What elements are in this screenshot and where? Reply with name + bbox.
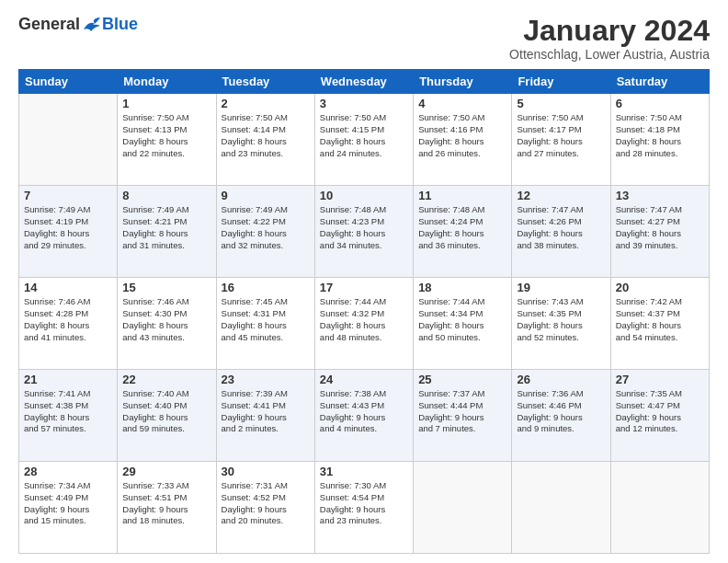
day-info: Sunrise: 7:45 AM Sunset: 4:31 PM Dayligh… [222, 296, 310, 343]
day-number: 5 [517, 97, 605, 110]
calendar-day-cell: 4Sunrise: 7:50 AM Sunset: 4:16 PM Daylig… [414, 94, 512, 186]
day-number: 3 [320, 97, 408, 110]
calendar-day-cell: 3Sunrise: 7:50 AM Sunset: 4:15 PM Daylig… [314, 94, 413, 186]
day-number: 12 [517, 189, 605, 202]
calendar-day-cell: 1Sunrise: 7:50 AM Sunset: 4:13 PM Daylig… [118, 94, 216, 186]
day-info: Sunrise: 7:50 AM Sunset: 4:16 PM Dayligh… [418, 112, 506, 159]
col-wednesday: Wednesday [314, 70, 413, 94]
calendar-day-cell: 11Sunrise: 7:48 AM Sunset: 4:24 PM Dayli… [414, 186, 512, 278]
day-number: 7 [24, 189, 112, 202]
day-info: Sunrise: 7:50 AM Sunset: 4:15 PM Dayligh… [320, 112, 408, 159]
main-title: January 2024 [509, 15, 710, 47]
day-number: 6 [616, 97, 704, 110]
day-number: 18 [418, 281, 506, 294]
day-info: Sunrise: 7:37 AM Sunset: 4:44 PM Dayligh… [418, 388, 506, 435]
logo-general-text: General [18, 15, 80, 34]
calendar-day-cell [512, 462, 610, 554]
day-info: Sunrise: 7:50 AM Sunset: 4:14 PM Dayligh… [222, 112, 310, 159]
calendar-day-cell: 27Sunrise: 7:35 AM Sunset: 4:47 PM Dayli… [610, 370, 709, 462]
day-info: Sunrise: 7:42 AM Sunset: 4:37 PM Dayligh… [616, 296, 704, 343]
col-thursday: Thursday [414, 70, 512, 94]
day-number: 15 [122, 281, 210, 294]
day-number: 30 [222, 465, 310, 478]
day-info: Sunrise: 7:34 AM Sunset: 4:49 PM Dayligh… [24, 480, 112, 527]
calendar-day-cell: 23Sunrise: 7:39 AM Sunset: 4:41 PM Dayli… [216, 370, 314, 462]
day-info: Sunrise: 7:49 AM Sunset: 4:19 PM Dayligh… [24, 204, 112, 251]
day-info: Sunrise: 7:49 AM Sunset: 4:22 PM Dayligh… [222, 204, 310, 251]
calendar-day-cell: 15Sunrise: 7:46 AM Sunset: 4:30 PM Dayli… [118, 278, 216, 370]
day-number: 16 [222, 281, 310, 294]
calendar-day-cell: 16Sunrise: 7:45 AM Sunset: 4:31 PM Dayli… [216, 278, 314, 370]
day-number: 4 [418, 97, 506, 110]
day-info: Sunrise: 7:50 AM Sunset: 4:18 PM Dayligh… [616, 112, 704, 159]
page: General Blue January 2024 Ottenschlag, L… [0, 0, 728, 563]
day-number: 9 [222, 189, 310, 202]
logo-blue-text: Blue [102, 15, 138, 34]
calendar-day-cell: 12Sunrise: 7:47 AM Sunset: 4:26 PM Dayli… [512, 186, 610, 278]
day-info: Sunrise: 7:30 AM Sunset: 4:54 PM Dayligh… [320, 480, 408, 527]
col-saturday: Saturday [610, 70, 709, 94]
calendar-day-cell: 18Sunrise: 7:44 AM Sunset: 4:34 PM Dayli… [414, 278, 512, 370]
header: General Blue January 2024 Ottenschlag, L… [18, 15, 710, 62]
day-info: Sunrise: 7:47 AM Sunset: 4:27 PM Dayligh… [616, 204, 704, 251]
calendar-day-cell: 26Sunrise: 7:36 AM Sunset: 4:46 PM Dayli… [512, 370, 610, 462]
calendar-week-row: 28Sunrise: 7:34 AM Sunset: 4:49 PM Dayli… [19, 462, 710, 554]
col-tuesday: Tuesday [216, 70, 314, 94]
day-info: Sunrise: 7:48 AM Sunset: 4:23 PM Dayligh… [320, 204, 408, 251]
day-info: Sunrise: 7:46 AM Sunset: 4:28 PM Dayligh… [24, 296, 112, 343]
day-number: 26 [517, 373, 605, 386]
calendar-day-cell: 30Sunrise: 7:31 AM Sunset: 4:52 PM Dayli… [216, 462, 314, 554]
calendar-day-cell: 19Sunrise: 7:43 AM Sunset: 4:35 PM Dayli… [512, 278, 610, 370]
day-info: Sunrise: 7:39 AM Sunset: 4:41 PM Dayligh… [222, 388, 310, 435]
day-info: Sunrise: 7:49 AM Sunset: 4:21 PM Dayligh… [122, 204, 210, 251]
day-info: Sunrise: 7:40 AM Sunset: 4:40 PM Dayligh… [122, 388, 210, 435]
calendar-day-cell: 29Sunrise: 7:33 AM Sunset: 4:51 PM Dayli… [118, 462, 216, 554]
day-info: Sunrise: 7:50 AM Sunset: 4:17 PM Dayligh… [517, 112, 605, 159]
calendar-day-cell: 7Sunrise: 7:49 AM Sunset: 4:19 PM Daylig… [19, 186, 118, 278]
calendar-day-cell: 21Sunrise: 7:41 AM Sunset: 4:38 PM Dayli… [19, 370, 118, 462]
day-info: Sunrise: 7:43 AM Sunset: 4:35 PM Dayligh… [517, 296, 605, 343]
calendar-header-row: Sunday Monday Tuesday Wednesday Thursday… [19, 70, 710, 94]
day-number: 14 [24, 281, 112, 294]
calendar-day-cell: 20Sunrise: 7:42 AM Sunset: 4:37 PM Dayli… [610, 278, 709, 370]
calendar-day-cell: 2Sunrise: 7:50 AM Sunset: 4:14 PM Daylig… [216, 94, 314, 186]
calendar-day-cell: 13Sunrise: 7:47 AM Sunset: 4:27 PM Dayli… [610, 186, 709, 278]
day-number: 2 [222, 97, 310, 110]
day-info: Sunrise: 7:47 AM Sunset: 4:26 PM Dayligh… [517, 204, 605, 251]
day-info: Sunrise: 7:46 AM Sunset: 4:30 PM Dayligh… [122, 296, 210, 343]
calendar-day-cell [610, 462, 709, 554]
day-info: Sunrise: 7:38 AM Sunset: 4:43 PM Dayligh… [320, 388, 408, 435]
calendar-day-cell: 5Sunrise: 7:50 AM Sunset: 4:17 PM Daylig… [512, 94, 610, 186]
calendar-day-cell: 31Sunrise: 7:30 AM Sunset: 4:54 PM Dayli… [314, 462, 413, 554]
logo-bird-icon [82, 17, 102, 33]
day-number: 28 [24, 465, 112, 478]
calendar-week-row: 14Sunrise: 7:46 AM Sunset: 4:28 PM Dayli… [19, 278, 710, 370]
day-number: 22 [122, 373, 210, 386]
day-info: Sunrise: 7:44 AM Sunset: 4:34 PM Dayligh… [418, 296, 506, 343]
day-info: Sunrise: 7:31 AM Sunset: 4:52 PM Dayligh… [222, 480, 310, 527]
col-sunday: Sunday [19, 70, 118, 94]
day-number: 21 [24, 373, 112, 386]
day-info: Sunrise: 7:33 AM Sunset: 4:51 PM Dayligh… [122, 480, 210, 527]
day-number: 1 [122, 97, 210, 110]
day-number: 31 [320, 465, 408, 478]
day-info: Sunrise: 7:35 AM Sunset: 4:47 PM Dayligh… [616, 388, 704, 435]
col-monday: Monday [118, 70, 216, 94]
day-number: 13 [616, 189, 704, 202]
calendar-week-row: 7Sunrise: 7:49 AM Sunset: 4:19 PM Daylig… [19, 186, 710, 278]
day-number: 29 [122, 465, 210, 478]
calendar-day-cell: 25Sunrise: 7:37 AM Sunset: 4:44 PM Dayli… [414, 370, 512, 462]
day-number: 24 [320, 373, 408, 386]
day-number: 25 [418, 373, 506, 386]
day-number: 8 [122, 189, 210, 202]
day-number: 10 [320, 189, 408, 202]
day-info: Sunrise: 7:48 AM Sunset: 4:24 PM Dayligh… [418, 204, 506, 251]
calendar-day-cell: 9Sunrise: 7:49 AM Sunset: 4:22 PM Daylig… [216, 186, 314, 278]
day-info: Sunrise: 7:41 AM Sunset: 4:38 PM Dayligh… [24, 388, 112, 435]
calendar-day-cell [19, 94, 118, 186]
subtitle: Ottenschlag, Lower Austria, Austria [509, 47, 710, 62]
day-number: 19 [517, 281, 605, 294]
day-info: Sunrise: 7:36 AM Sunset: 4:46 PM Dayligh… [517, 388, 605, 435]
day-info: Sunrise: 7:44 AM Sunset: 4:32 PM Dayligh… [320, 296, 408, 343]
calendar-day-cell: 17Sunrise: 7:44 AM Sunset: 4:32 PM Dayli… [314, 278, 413, 370]
